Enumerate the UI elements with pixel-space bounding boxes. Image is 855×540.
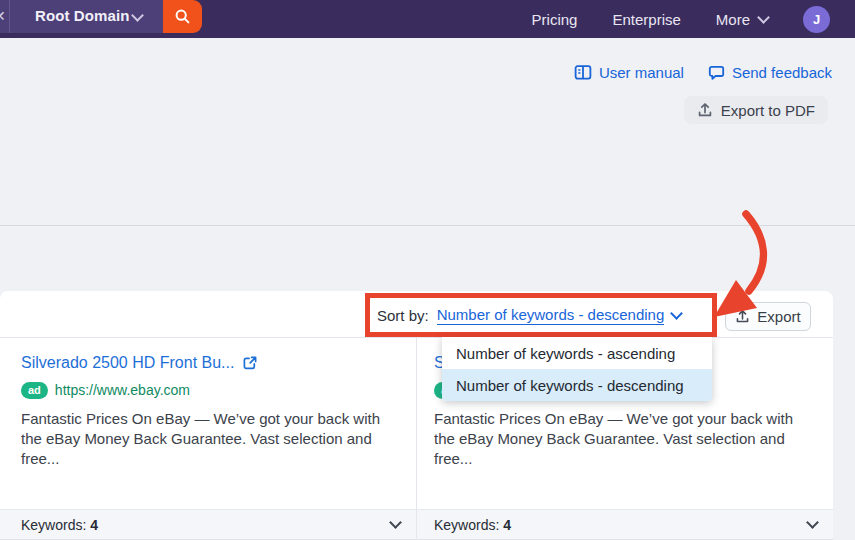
- user-manual-link[interactable]: User manual: [574, 64, 684, 81]
- sort-control: Sort by: Number of keywords - descending: [377, 302, 681, 328]
- clear-search-icon[interactable]: ✕: [0, 7, 6, 25]
- upload-icon: [697, 102, 713, 118]
- sort-option-ascending[interactable]: Number of keywords - ascending: [442, 337, 712, 369]
- nav-more-label: More: [716, 11, 750, 28]
- search-button[interactable]: [163, 0, 202, 33]
- speech-bubble-icon: [708, 64, 725, 81]
- chevron-down-icon: [131, 9, 144, 22]
- keywords-label: Keywords:: [21, 517, 86, 533]
- results-panel: Sort by: Number of keywords - descending…: [0, 291, 833, 540]
- sort-option-descending[interactable]: Number of keywords - descending: [442, 369, 712, 401]
- search-icon: [174, 8, 191, 25]
- ad-description-line: Fantastic Prices On eBay — We’ve got you…: [21, 409, 400, 429]
- ad-display-url: https://www.ebay.com: [55, 382, 190, 398]
- segment-divider: [9, 0, 10, 33]
- ad-description-line: free...: [434, 449, 817, 469]
- search-type-segment[interactable]: ✕ Root Domain: [0, 0, 163, 33]
- screenshot-stage: ✕ Root Domain Pricing Enterprise More J: [0, 0, 855, 540]
- keywords-count: Keywords: 4: [434, 517, 511, 533]
- ad-card-body: Silverado 2500 HD Front Bu... ad https:/…: [0, 338, 416, 469]
- send-feedback-link[interactable]: Send feedback: [708, 64, 832, 81]
- export-to-pdf-label: Export to PDF: [721, 102, 815, 119]
- ad-description-line: the eBay Money Back Guarantee. Vast sele…: [21, 429, 400, 449]
- keywords-footer[interactable]: Keywords: 4: [0, 509, 416, 540]
- sort-select[interactable]: Number of keywords - descending: [437, 306, 665, 325]
- ad-description: Fantastic Prices On eBay — We’ve got you…: [21, 409, 400, 469]
- section-divider: [0, 225, 855, 226]
- nav-item-enterprise[interactable]: Enterprise: [612, 11, 680, 28]
- chevron-down-icon: [757, 11, 770, 24]
- ad-badge: ad: [21, 382, 48, 399]
- keywords-label: Keywords:: [434, 517, 499, 533]
- root-domain-dropdown[interactable]: Root Domain: [35, 7, 129, 24]
- top-navbar: ✕ Root Domain Pricing Enterprise More J: [0, 0, 855, 38]
- keywords-count: Keywords: 4: [21, 517, 98, 533]
- keywords-value: 4: [503, 517, 511, 533]
- keywords-value: 4: [90, 517, 98, 533]
- ad-description-line: the eBay Money Back Guarantee. Vast sele…: [434, 429, 817, 449]
- nav-item-pricing[interactable]: Pricing: [532, 11, 578, 28]
- chevron-down-icon[interactable]: [670, 307, 683, 320]
- chevron-down-icon[interactable]: [389, 516, 402, 529]
- ad-description-line: Fantastic Prices On eBay — We’ve got you…: [434, 409, 817, 429]
- sort-by-label: Sort by:: [377, 307, 429, 324]
- nav-item-more[interactable]: More: [716, 11, 768, 28]
- ad-title-link[interactable]: Silverado 2500 HD Front Bu...: [21, 354, 234, 372]
- help-links: User manual Send feedback: [574, 64, 832, 81]
- ad-description-line: free...: [21, 449, 400, 469]
- user-manual-label: User manual: [599, 64, 684, 81]
- navbar-right-links: Pricing Enterprise More J: [532, 0, 830, 38]
- chevron-down-icon[interactable]: [806, 516, 819, 529]
- export-to-pdf-button[interactable]: Export to PDF: [684, 96, 828, 124]
- user-avatar[interactable]: J: [803, 6, 830, 33]
- external-link-icon[interactable]: [242, 355, 258, 371]
- ad-card-left: Silverado 2500 HD Front Bu... ad https:/…: [0, 338, 417, 540]
- export-button[interactable]: Export: [725, 302, 811, 331]
- keywords-footer[interactable]: Keywords: 4: [417, 509, 833, 540]
- export-label: Export: [757, 308, 800, 325]
- book-icon: [574, 64, 592, 81]
- upload-icon: [735, 309, 750, 324]
- send-feedback-label: Send feedback: [732, 64, 832, 81]
- ad-description: Fantastic Prices On eBay — We’ve got you…: [434, 409, 817, 469]
- sort-options-menu: Number of keywords - ascending Number of…: [442, 337, 712, 401]
